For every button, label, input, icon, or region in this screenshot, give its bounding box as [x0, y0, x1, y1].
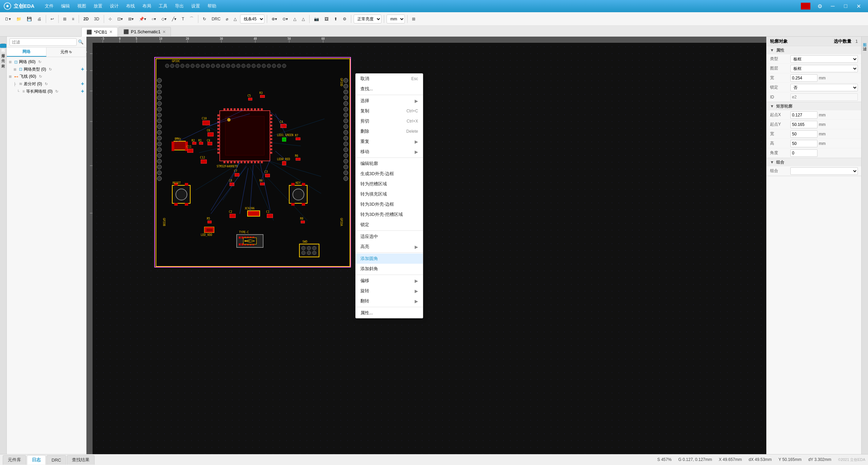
select-tool[interactable]: ⊹ [106, 14, 114, 24]
flip-btn[interactable]: ↻ [201, 14, 208, 24]
tree-item-4[interactable]: └ ≡ 等长网络组 (0) ↻ + [7, 88, 86, 95]
zoom-tool[interactable]: ⊡▾ [115, 14, 125, 24]
canvas-area[interactable]: -5 0 5 10 20 30 40 50 [86, 37, 766, 454]
photo-btn[interactable]: 📷 [312, 14, 321, 24]
minimize-btn[interactable]: ─ [827, 1, 839, 11]
left-icon-objects[interactable]: 对象 [0, 59, 6, 63]
via-btn[interactable]: ⊙▾ [280, 14, 290, 24]
tree-item-3[interactable]: ├ ≋ 差分对 (0) ↻ + [7, 80, 86, 88]
ctx-to-3d-border[interactable]: 转为3D外壳-边框 [356, 199, 423, 209]
menu-layout[interactable]: 布局 [139, 2, 155, 10]
snap-tool[interactable]: ⊞▾ [126, 14, 136, 24]
unit-select[interactable]: mm [387, 15, 405, 23]
arc-tool[interactable]: ⌒ [188, 14, 196, 24]
settings-btn[interactable]: ⚙ [814, 1, 826, 11]
menu-tools[interactable]: 工具 [155, 2, 171, 10]
pad-btn[interactable]: ⊕▾ [270, 14, 279, 24]
copper-btn[interactable]: △ [291, 14, 298, 24]
ctx-gen-3d-border[interactable]: 生成3D外壳-边框 [356, 169, 423, 179]
left-icon-page[interactable]: 页 [0, 39, 6, 43]
bottom-tab-drc[interactable]: DRC [46, 455, 66, 465]
filter-search-icon[interactable]: 🔍 [78, 39, 83, 44]
3d-btn[interactable]: 3D [92, 14, 101, 24]
tree-item-1[interactable]: ⊞ ⊡ 网络类型 (0) ↻ + [7, 66, 86, 73]
ctx-offset[interactable]: 偏移 ▶ [356, 276, 423, 286]
menu-place[interactable]: 放置 [90, 2, 106, 10]
import-btn[interactable]: ⬆ [332, 14, 339, 24]
ctx-delete[interactable]: 删除 Delete [356, 126, 423, 136]
save-btn[interactable]: 💾 [25, 14, 34, 24]
left-icon-lib[interactable]: 常用库 [0, 49, 6, 53]
right-icon-1[interactable]: 图层 [862, 39, 868, 41]
refresh-0[interactable]: ↻ [38, 60, 41, 64]
add-2[interactable]: + [81, 88, 84, 94]
ctx-edit-outline[interactable]: 编辑轮廓 [356, 159, 423, 169]
ctx-to-3d-slot[interactable]: 转为3D外壳-挖槽区域 [356, 209, 423, 220]
prop-width-input[interactable] [790, 74, 817, 82]
gear-btn[interactable]: ⚙ [341, 14, 349, 24]
ctx-repeat[interactable]: 重复 ▶ [356, 136, 423, 147]
open-btn[interactable]: 📁 [14, 14, 23, 24]
bottom-tab-log[interactable]: 日志 [27, 455, 46, 465]
screenshot-btn[interactable]: 🖼 [322, 14, 331, 24]
undo-btn[interactable]: ↩ [48, 14, 56, 24]
left-icon-net[interactable]: 网络 [0, 44, 6, 48]
refresh-1[interactable]: ↻ [49, 67, 52, 72]
ctx-to-slot[interactable]: 转为挖槽区域 [356, 179, 423, 189]
rect-starty-input[interactable] [790, 121, 817, 128]
rect-h-input[interactable] [790, 140, 817, 147]
tree-item-2[interactable]: ⊞ ⊷ 飞线 (60) ↻ [7, 73, 86, 80]
rect-section-title[interactable]: ▼ 矩形轮廓 [767, 102, 861, 110]
bottom-tab-lib[interactable]: 元件库 [3, 455, 26, 465]
rect-startx-input[interactable] [790, 111, 817, 119]
prop-id-input[interactable] [790, 93, 858, 101]
prop-lock-select[interactable]: 否 [790, 84, 858, 91]
text-tool[interactable]: T [180, 14, 186, 24]
group-section-title[interactable]: ▼ 组合 [767, 158, 861, 166]
net-tab-network[interactable]: 网络 [7, 48, 46, 57]
grid-btn[interactable]: ⊞ [61, 14, 68, 24]
angle-select[interactable]: 线条45 [240, 15, 264, 23]
sch-tab-close[interactable]: ✕ [162, 30, 166, 34]
rect-w-input[interactable] [790, 130, 817, 138]
net-tab-parts[interactable]: 元件 ↻ [46, 48, 86, 57]
language-flag[interactable] [801, 3, 810, 10]
length-btn[interactable]: ⌀ [224, 14, 230, 24]
ctx-cancel[interactable]: 取消 Esc [356, 74, 423, 84]
brightness-select[interactable]: 正常亮度 [354, 15, 381, 23]
drc-btn[interactable]: DRC [210, 14, 222, 24]
rect-angle-input[interactable] [790, 149, 817, 157]
ctx-copy[interactable]: 复制 Ctrl+C [356, 106, 423, 116]
tree-item-0[interactable]: ⊞ ⊡ 网络 (60) ↻ [7, 58, 86, 66]
ctx-highlight[interactable]: 高亮 ▶ [356, 242, 423, 252]
group-select[interactable] [790, 167, 858, 175]
new-btn[interactable]: 🗋▾ [3, 14, 13, 24]
ctx-add-chamfer[interactable]: 添加斜角 [356, 264, 423, 274]
ctx-move[interactable]: 移动 ▶ [356, 147, 423, 157]
tab-sch1[interactable]: ⬛ P1.Schematic1 ✕ [118, 27, 171, 36]
line-tool[interactable]: ╱▾ [170, 14, 178, 24]
ctx-cut[interactable]: 剪切 Ctrl+X [356, 116, 423, 126]
ctx-add-round[interactable]: 添加圆角 [356, 254, 423, 264]
tab-pcb1[interactable]: ⬛ *PCB1 ✕ [81, 27, 118, 37]
add-1[interactable]: + [81, 81, 84, 87]
menu-help[interactable]: 帮助 [204, 2, 220, 10]
prop-type-select[interactable]: 板框 [790, 55, 858, 63]
2d-btn[interactable]: 2D [81, 14, 91, 24]
refresh-4[interactable]: ↻ [55, 89, 58, 94]
bottom-tab-find[interactable]: 查找结果 [67, 455, 95, 465]
ctx-props[interactable]: 属性... [356, 308, 423, 318]
teardrops-btn[interactable]: △ [300, 14, 307, 24]
grid-toggle[interactable]: ⊞ [410, 14, 417, 24]
menu-edit[interactable]: 编辑 [58, 2, 73, 10]
left-icon-parts[interactable]: 元件 [0, 54, 6, 58]
ctx-lock[interactable]: 锁定 [356, 220, 423, 230]
ctx-select[interactable]: 选择 ▶ [356, 96, 423, 106]
context-menu[interactable]: 取消 Esc 查找... 选择 ▶ 复制 Ctrl+C 剪切 Ctrl+X [355, 73, 423, 318]
ctx-find[interactable]: 查找... [356, 84, 423, 94]
maximize-btn[interactable]: □ [840, 1, 852, 11]
refresh-3[interactable]: ↻ [45, 82, 48, 86]
props-section-title[interactable]: ▼ 属性 [767, 46, 861, 54]
ctx-rotate[interactable]: 旋转 ▶ [356, 286, 423, 296]
print-btn[interactable]: 🖨 [35, 14, 43, 24]
